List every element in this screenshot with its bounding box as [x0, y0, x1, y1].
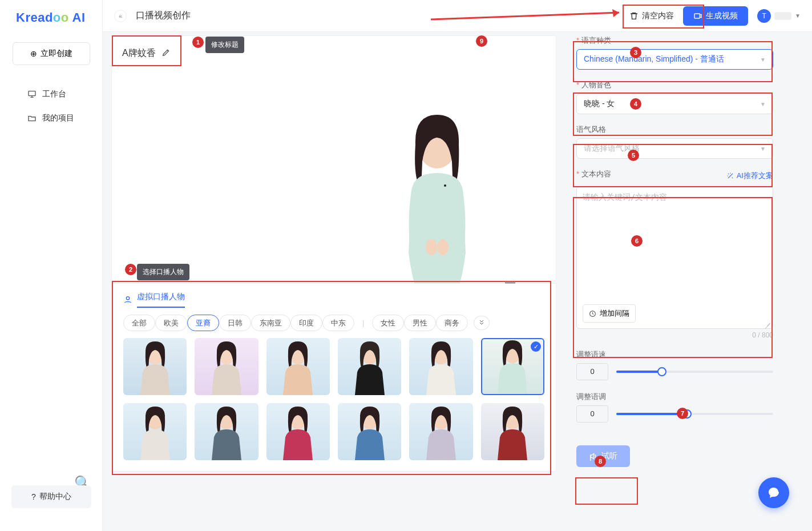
slider-handle[interactable]	[657, 367, 666, 376]
canvas-panel: A牌蚊香 9:16	[111, 35, 556, 281]
add-gap-button[interactable]: 增加间隔	[583, 304, 636, 323]
lang-field: *语言种类 Chinese (Mandarin, Simplified) - 普…	[576, 35, 773, 70]
add-gap-label: 增加间隔	[600, 308, 629, 319]
user-menu[interactable]: T ▼	[757, 9, 801, 23]
plus-icon: ⊕	[30, 49, 37, 58]
avatar-thumb[interactable]	[266, 403, 330, 460]
avatar-thumb[interactable]	[195, 338, 258, 395]
ai-label: AI推荐文案	[737, 171, 773, 181]
more-filters-button[interactable]	[474, 316, 490, 330]
sidebar: Kreadoo AI ⊕ 立即创建 工作台 我的项目 🔍 ? 帮助中心	[0, 0, 103, 531]
avatar-thumb[interactable]	[481, 403, 544, 460]
person-icon	[123, 295, 132, 304]
chat-fab[interactable]	[758, 477, 789, 508]
filter-pill-region[interactable]: 中东	[322, 315, 354, 331]
text-field: *文本内容 AI推荐文案 增加间隔 0 / 800	[576, 169, 773, 339]
chevron-down-icon: ▼	[795, 13, 801, 19]
svg-marker-21	[612, 9, 619, 17]
filter-pill-attr[interactable]: 男性	[404, 315, 436, 331]
annotation-badge-5: 5	[628, 150, 639, 161]
annotation-badge-2: 2	[125, 264, 136, 275]
collapse-sidebar-button[interactable]: «	[114, 10, 127, 22]
gallery-filters: 全部欧美亚裔日韩东南亚印度中东 | 女性男性商务	[112, 308, 556, 338]
clear-label: 清空内容	[642, 11, 674, 21]
svg-point-4	[437, 239, 449, 255]
projects-label: 我的项目	[42, 113, 74, 123]
tooltip-edit-title: 修改标题	[205, 37, 244, 53]
svg-point-3	[426, 239, 437, 255]
chat-icon	[767, 486, 781, 500]
pitch-value: 0	[576, 405, 608, 423]
speed-value: 0	[576, 363, 608, 380]
text-input[interactable]	[583, 192, 767, 304]
filter-pill-region[interactable]: 日韩	[219, 315, 251, 331]
voice-select[interactable]: 晓晓 - 女 ▼	[576, 94, 773, 114]
wand-icon	[726, 172, 734, 180]
trash-icon	[629, 11, 639, 21]
create-button[interactable]: ⊕ 立即创建	[13, 42, 90, 65]
generate-video-button[interactable]: 生成视频	[683, 6, 748, 26]
lang-select[interactable]: Chinese (Mandarin, Simplified) - 普通话 ▼	[576, 49, 773, 70]
user-name-placeholder	[774, 12, 791, 20]
tooltip-select-person: 选择口播人物	[137, 264, 189, 280]
edit-title-button[interactable]	[161, 48, 171, 59]
filter-pill-region[interactable]: 印度	[290, 315, 322, 331]
avatar-thumb[interactable]	[338, 403, 401, 460]
avatar-thumb[interactable]	[409, 338, 472, 395]
avatar-thumb[interactable]	[123, 403, 187, 460]
sidebar-item-workspace[interactable]: 工作台	[0, 82, 102, 106]
filter-pill-attr[interactable]: 女性	[372, 315, 404, 331]
filter-pill-region[interactable]: 欧美	[155, 315, 187, 331]
help-button[interactable]: ? 帮助中心	[11, 485, 91, 508]
filter-pill-region[interactable]: 东南亚	[251, 315, 290, 331]
sidebar-nav: 工作台 我的项目	[0, 82, 102, 130]
svg-rect-1	[694, 14, 700, 18]
presenter-figure-icon	[380, 104, 494, 310]
lang-label: 语言种类	[581, 36, 611, 45]
avatar-thumb[interactable]	[266, 338, 330, 395]
speed-slider[interactable]	[616, 371, 773, 373]
filter-pill-attr[interactable]: 商务	[436, 315, 468, 331]
chevron-down-icon: ▼	[760, 57, 766, 63]
text-label: 文本内容	[581, 170, 611, 178]
logo: Kreadoo AI	[0, 0, 102, 31]
avatar-thumb[interactable]	[338, 338, 401, 395]
svg-line-20	[431, 13, 619, 19]
avatar-thumb[interactable]	[123, 338, 187, 395]
annotation-badge-4: 4	[630, 98, 641, 110]
filter-pill-region[interactable]: 全部	[123, 315, 155, 331]
gallery-tab-label: 虚拟口播人物	[137, 292, 185, 308]
voice-label: 人物音色	[581, 81, 611, 89]
help-icon: ?	[31, 492, 36, 501]
svg-point-5	[444, 184, 446, 187]
filter-pill-region[interactable]: 亚裔	[187, 315, 219, 331]
avatar-thumb[interactable]	[195, 403, 258, 460]
svg-point-6	[126, 297, 129, 300]
chevron-down-icon: ▼	[760, 146, 766, 152]
ai-suggest-button[interactable]: AI推荐文案	[726, 169, 773, 183]
resize-handle-icon[interactable]	[765, 320, 771, 327]
chevron-down-icon: ▼	[760, 101, 766, 107]
video-icon	[693, 11, 702, 21]
filter-separator: |	[360, 319, 366, 327]
avatar-thumb[interactable]	[409, 403, 472, 460]
annotation-badge-3: 3	[630, 47, 641, 58]
svg-rect-0	[29, 91, 35, 96]
annotation-arrow	[431, 9, 625, 21]
clear-button[interactable]: 清空内容	[629, 11, 674, 21]
avatar-grid	[112, 338, 556, 460]
chevron-double-down-icon	[478, 319, 485, 325]
tone-field: 语气风格 请选择语气风格 ▼	[576, 124, 773, 159]
avatar-thumb[interactable]	[481, 338, 544, 395]
tone-select[interactable]: 请选择语气风格 ▼	[576, 138, 773, 159]
voice-value: 晓晓 - 女	[584, 99, 615, 109]
pitch-slider[interactable]	[616, 413, 773, 415]
create-label: 立即创建	[41, 49, 72, 59]
sidebar-item-projects[interactable]: 我的项目	[0, 106, 102, 130]
settings-panel: *语言种类 Chinese (Mandarin, Simplified) - 普…	[576, 35, 773, 467]
gallery-tab[interactable]: 虚拟口播人物	[112, 284, 556, 308]
annotation-box-listen	[575, 477, 638, 505]
svg-point-22	[769, 488, 778, 497]
folder-icon	[27, 114, 37, 123]
project-title: A牌蚊香	[122, 47, 156, 59]
